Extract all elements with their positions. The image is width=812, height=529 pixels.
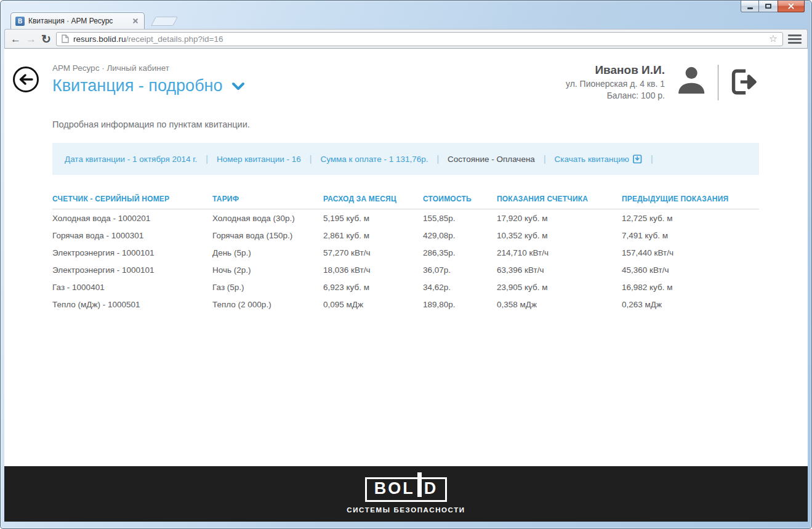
url-text: resurs.bolid.ru/receipt_details.php?id=1… — [73, 34, 765, 44]
divider — [718, 65, 718, 100]
cell: 214,710 кВт/ч — [497, 248, 622, 257]
cell: 155,85р. — [423, 214, 497, 223]
cell: 2,861 куб. м — [323, 231, 423, 240]
receipt-date: Дата квитанции - 1 октября 2014 г. — [56, 155, 206, 164]
cell: 5,195 куб. м — [323, 214, 423, 223]
url-domain: resurs.bolid.ru — [73, 34, 126, 44]
user-address: ул. Пионерская д. 4 кв. 1 — [566, 79, 665, 89]
browser-window: B Квитанция · АРМ Ресурс ← → ↻ resurs.bo… — [0, 0, 812, 529]
page-header: АРМ Ресурс · Личный кабинет Квитанция - … — [4, 49, 808, 100]
nav-forward-icon: → — [26, 34, 36, 44]
col-header-meter: СЧЕТЧИК - СЕРИЙНЫЙ НОМЕР — [52, 195, 212, 209]
cell: 286,35р. — [423, 248, 497, 257]
maximize-icon — [765, 4, 771, 9]
cell: 57,270 кВт/ч — [323, 248, 423, 257]
menu-icon[interactable] — [788, 33, 802, 45]
title-block: АРМ Ресурс · Личный кабинет Квитанция - … — [52, 63, 245, 100]
cell: 10,352 куб. м — [497, 231, 622, 240]
browser-tab[interactable]: B Квитанция · АРМ Ресурс — [10, 12, 145, 29]
col-header-prev-reading: ПРЕДЫДУЩИЕ ПОКАЗАНИЯ — [622, 195, 759, 209]
back-arrow-icon — [18, 74, 33, 85]
cell: Электроэнергия - 1000101 — [52, 265, 212, 275]
cell: 157,440 кВт/ч — [622, 248, 759, 257]
cell: 23,905 куб. м — [497, 283, 622, 292]
cell: 189,80р. — [423, 300, 497, 309]
download-receipt-label: Скачать квитанцию — [555, 155, 629, 164]
cell: Ночь (2р.) — [212, 265, 323, 275]
cell: Горячая вода (150р.) — [212, 231, 323, 240]
tab-close-icon[interactable] — [131, 17, 140, 25]
back-button[interactable] — [13, 67, 39, 92]
cell: 18,036 кВт/ч — [323, 265, 423, 275]
table-row: Тепло (мДж) - 1000501 Тепло (2 000р.) 0,… — [52, 296, 759, 313]
cell: 0,263 мДж — [622, 300, 759, 309]
logo-text-right: D — [424, 480, 438, 497]
user-box: Иванов И.И. ул. Пионерская д. 4 кв. 1 Ба… — [566, 63, 759, 100]
cell: Газ (5р.) — [212, 283, 323, 292]
cell: 34,62р. — [423, 283, 497, 292]
reload-icon[interactable]: ↻ — [41, 33, 51, 45]
cell: Горячая вода - 1000301 — [52, 231, 212, 240]
page-content: АРМ Ресурс · Личный кабинет Квитанция - … — [4, 49, 808, 522]
receipt-status: Состояние - Оплачена — [439, 155, 544, 164]
page-description: Подробная информация по пунктам квитанци… — [4, 100, 808, 129]
col-header-reading: ПОКАЗАНИЯ СЧЕТЧИКА — [497, 195, 622, 209]
col-header-tariff: ТАРИФ — [212, 195, 323, 209]
cell: 429,08р. — [423, 231, 497, 240]
nav-back-icon[interactable]: ← — [10, 34, 21, 44]
logo-i-bar — [417, 472, 422, 497]
close-button[interactable] — [778, 1, 805, 12]
page-title-dropdown[interactable]: Квитанция - подробно — [52, 76, 245, 95]
cell: Холодная вода (30р.) — [212, 214, 323, 223]
col-header-cost: СТОИМОСТЬ — [423, 195, 497, 209]
cell: Электроэнергия - 1000101 — [52, 248, 212, 257]
receipt-number: Номер квитанции - 16 — [208, 155, 310, 164]
cell: Газ - 1000401 — [52, 283, 212, 292]
user-info: Иванов И.И. ул. Пионерская д. 4 кв. 1 Ба… — [566, 63, 665, 100]
cell: 7,491 куб. м — [622, 231, 759, 240]
favicon-icon: B — [15, 17, 25, 26]
download-receipt-link[interactable]: Скачать квитанцию — [546, 154, 651, 164]
url-path: /receipt_details.php?id=16 — [126, 34, 223, 44]
logo-text-left: BOL — [374, 480, 415, 497]
profile-icon[interactable] — [673, 63, 708, 98]
cell: Холодная вода - 1000201 — [52, 214, 212, 223]
maximize-button[interactable] — [759, 1, 778, 12]
table-row: Газ - 1000401 Газ (5р.) 6,923 куб. м 34,… — [52, 278, 759, 296]
page-title: Квитанция - подробно — [52, 76, 223, 95]
col-header-usage: РАСХОД ЗА МЕСЯЦ — [323, 195, 423, 209]
cell: 16,982 куб. м — [622, 283, 759, 292]
new-tab-button[interactable] — [151, 17, 178, 26]
user-name: Иванов И.И. — [566, 63, 665, 77]
title-bar: B Квитанция · АРМ Ресурс — [1, 1, 811, 29]
cell: 12,725 куб. м — [622, 214, 759, 223]
cell: Тепло (2 000р.) — [212, 300, 323, 309]
cell: День (5р.) — [212, 248, 323, 257]
cell: 6,923 куб. м — [323, 283, 423, 292]
table-row: Холодная вода - 1000201 Холодная вода (3… — [52, 209, 759, 227]
cell: 36,07р. — [423, 265, 497, 275]
cell: 63,396 кВт/ч — [497, 265, 622, 275]
receipt-table: СЧЕТЧИК - СЕРИЙНЫЙ НОМЕР ТАРИФ РАСХОД ЗА… — [52, 195, 759, 313]
table-row: Электроэнергия - 1000101 День (5р.) 57,2… — [52, 244, 759, 261]
minimize-button[interactable] — [741, 1, 759, 12]
page-footer: BOL D СИСТЕМЫ БЕЗОПАСНОСТИ — [4, 466, 808, 522]
minimize-icon — [747, 7, 753, 9]
receipt-info-bar: Дата квитанции - 1 октября 2014 г. | Ном… — [52, 143, 759, 175]
logout-icon[interactable] — [728, 67, 759, 97]
chevron-down-icon — [231, 82, 245, 91]
bolid-logo: BOL D — [365, 477, 448, 502]
footer-tagline: СИСТЕМЫ БЕЗОПАСНОСТИ — [347, 506, 465, 514]
cell: 0,095 мДж — [323, 300, 423, 309]
page-icon — [62, 34, 69, 43]
table-header-row: СЧЕТЧИК - СЕРИЙНЫЙ НОМЕР ТАРИФ РАСХОД ЗА… — [52, 195, 759, 209]
user-balance: Баланс: 100 р. — [566, 91, 665, 100]
table-row: Электроэнергия - 1000101 Ночь (2р.) 18,0… — [52, 261, 759, 278]
table-row: Горячая вода - 1000301 Горячая вода (150… — [52, 227, 759, 244]
browser-toolbar: ← → ↻ resurs.bolid.ru/receipt_details.ph… — [4, 29, 808, 49]
address-bar[interactable]: resurs.bolid.ru/receipt_details.php?id=1… — [56, 32, 783, 46]
cell: Тепло (мДж) - 1000501 — [52, 300, 212, 309]
bookmark-star-icon[interactable]: ☆ — [769, 34, 778, 44]
separator: | — [651, 154, 653, 164]
breadcrumb: АРМ Ресурс · Личный кабинет — [52, 63, 245, 73]
